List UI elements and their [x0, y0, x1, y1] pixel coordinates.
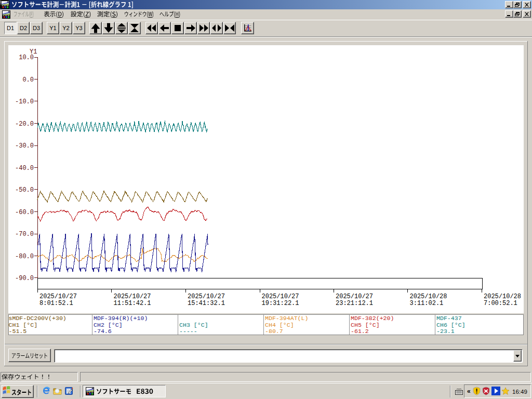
svg-text:16:49: 16:49 — [512, 389, 527, 395]
svg-text:-51.5: -51.5 — [9, 328, 27, 335]
svg-text:-----: ----- — [179, 328, 197, 335]
svg-text:CH6 [°C]: CH6 [°C] — [436, 322, 466, 328]
svg-text:2025/10/27: 2025/10/27 — [114, 293, 151, 300]
svg-text:10.0: 10.0 — [19, 54, 34, 61]
svg-text:-60.0: -60.0 — [15, 209, 34, 216]
svg-text:2025/10/27: 2025/10/27 — [188, 293, 225, 300]
svg-text:D2: D2 — [20, 25, 27, 31]
svg-text:-70.0: -70.0 — [15, 231, 34, 238]
svg-text:MDF-394AT(L): MDF-394AT(L) — [265, 315, 309, 322]
svg-text:«: « — [467, 388, 471, 395]
svg-text:-74.6: -74.6 — [94, 328, 112, 335]
svg-text:Y1: Y1 — [49, 25, 56, 31]
svg-text:-80.7: -80.7 — [265, 328, 283, 335]
svg-text:CH1 [°C]: CH1 [°C] — [9, 322, 38, 328]
svg-text:-50.0: -50.0 — [15, 187, 34, 194]
svg-text:2025/10/27: 2025/10/27 — [262, 293, 299, 300]
svg-text:Y3: Y3 — [75, 25, 82, 31]
svg-text:sMDF-DC200V(+30): sMDF-DC200V(+30) — [9, 315, 66, 322]
svg-text:D3: D3 — [33, 25, 40, 31]
svg-text:2025/10/28: 2025/10/28 — [484, 293, 521, 300]
svg-text:-10.0: -10.0 — [15, 98, 34, 105]
svg-text:7:00:52.1: 7:00:52.1 — [484, 300, 517, 307]
svg-text:CH4 [°C]: CH4 [°C] — [265, 322, 294, 328]
svg-text:CH5 [°C]: CH5 [°C] — [351, 322, 380, 328]
svg-text:2025/10/27: 2025/10/27 — [39, 293, 77, 300]
svg-text:23:21:12.1: 23:21:12.1 — [336, 300, 373, 307]
svg-text:D1: D1 — [7, 25, 14, 31]
svg-text:8:01:52.1: 8:01:52.1 — [39, 300, 73, 307]
svg-text:CH3 [°C]: CH3 [°C] — [179, 322, 208, 328]
svg-text:CH2 [°C]: CH2 [°C] — [94, 322, 123, 328]
svg-text:11:51:42.1: 11:51:42.1 — [114, 300, 151, 307]
svg-text:MDF-394(R)(+10): MDF-394(R)(+10) — [94, 315, 148, 322]
svg-text:MDF-437: MDF-437 — [436, 315, 462, 322]
svg-text:MDF-382(+20): MDF-382(+20) — [351, 315, 394, 322]
svg-text:Y2: Y2 — [62, 25, 69, 31]
svg-text:0.0: 0.0 — [22, 76, 34, 84]
svg-text:-80.0: -80.0 — [15, 253, 34, 260]
svg-text:-90.0: -90.0 — [15, 275, 34, 282]
svg-text:3:11:02.1: 3:11:02.1 — [410, 300, 444, 307]
svg-text:2025/10/27: 2025/10/27 — [336, 293, 373, 300]
svg-text:-40.0: -40.0 — [15, 165, 34, 172]
svg-text:-30.0: -30.0 — [15, 142, 34, 150]
svg-text:-61.2: -61.2 — [351, 328, 369, 335]
svg-text:19:31:22.1: 19:31:22.1 — [262, 300, 299, 307]
svg-text:2025/10/28: 2025/10/28 — [410, 293, 447, 300]
svg-text:-20.0: -20.0 — [15, 121, 34, 128]
svg-text:15:41:32.1: 15:41:32.1 — [188, 300, 225, 307]
svg-text:-23.1: -23.1 — [436, 328, 455, 335]
